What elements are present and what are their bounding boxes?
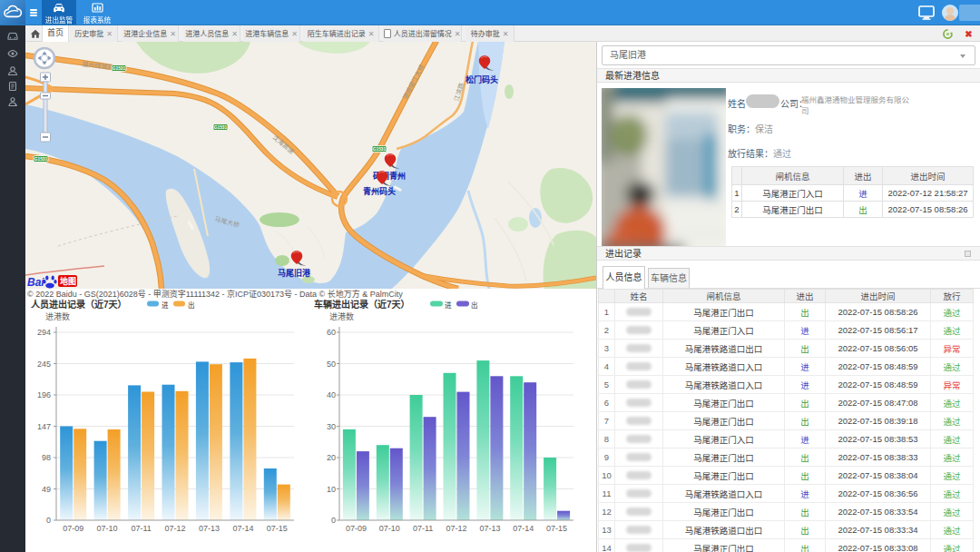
svg-text:地图: 地图 <box>60 276 76 286</box>
svg-text:人员进出记录（近7天）: 人员进出记录（近7天） <box>31 299 127 310</box>
svg-text:147: 147 <box>37 422 51 431</box>
svg-text:出: 出 <box>471 301 478 310</box>
svg-text:30: 30 <box>327 422 336 431</box>
svg-text:98: 98 <box>42 453 51 462</box>
svg-text:20: 20 <box>327 453 336 462</box>
svg-text:49: 49 <box>42 485 51 494</box>
svg-text:07-09: 07-09 <box>63 524 83 533</box>
svg-text:60: 60 <box>327 328 336 337</box>
svg-text:07-13: 07-13 <box>479 524 500 533</box>
svg-text:出: 出 <box>188 301 195 310</box>
svg-text:G1531: G1531 <box>113 66 126 71</box>
svg-text:0: 0 <box>46 516 51 525</box>
svg-text:进港数: 进港数 <box>329 311 354 321</box>
svg-text:进: 进 <box>162 301 169 310</box>
svg-text:07-10: 07-10 <box>97 524 118 533</box>
svg-text:196: 196 <box>37 390 51 399</box>
svg-text:07-11: 07-11 <box>413 524 433 533</box>
svg-text:294: 294 <box>37 328 51 337</box>
svg-text:G1531: G1531 <box>34 157 48 162</box>
svg-text:进港数: 进港数 <box>45 311 70 321</box>
svg-text:松门码头: 松门码头 <box>466 74 498 84</box>
svg-text:245: 245 <box>37 360 51 369</box>
svg-text:07-13: 07-13 <box>199 524 220 533</box>
svg-text:07-14: 07-14 <box>513 524 534 533</box>
svg-text:Bai: Bai <box>27 276 44 289</box>
svg-text:07-15: 07-15 <box>546 524 567 533</box>
svg-text:10: 10 <box>327 485 336 494</box>
svg-text:© 2022 Baidu - GS(2021)6028号 -: © 2022 Baidu - GS(2021)6028号 - 甲测资字11111… <box>27 289 403 299</box>
svg-text:G1531: G1531 <box>373 147 387 152</box>
svg-text:07-11: 07-11 <box>131 524 151 533</box>
svg-text:进: 进 <box>445 301 452 310</box>
svg-text:马尾旧港: 马尾旧港 <box>278 268 311 278</box>
svg-text:07-12: 07-12 <box>446 524 466 533</box>
svg-text:40: 40 <box>327 390 336 399</box>
svg-text:青州码头: 青州码头 <box>363 186 396 196</box>
svg-text:G1531: G1531 <box>214 125 228 130</box>
svg-text:07-12: 07-12 <box>164 524 185 533</box>
svg-text:07-14: 07-14 <box>232 524 253 533</box>
svg-text:07-15: 07-15 <box>267 524 288 533</box>
svg-text:07-10: 07-10 <box>379 524 400 533</box>
svg-text:0: 0 <box>331 516 336 525</box>
svg-text:车辆进出记录（近7天）: 车辆进出记录（近7天） <box>314 299 410 310</box>
svg-text:07-09: 07-09 <box>346 524 367 533</box>
svg-text:50: 50 <box>327 360 336 369</box>
